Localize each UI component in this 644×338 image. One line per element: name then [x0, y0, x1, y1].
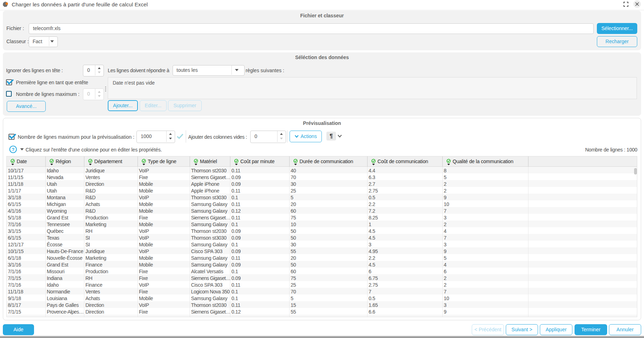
svg-text:?: ?	[12, 147, 15, 152]
